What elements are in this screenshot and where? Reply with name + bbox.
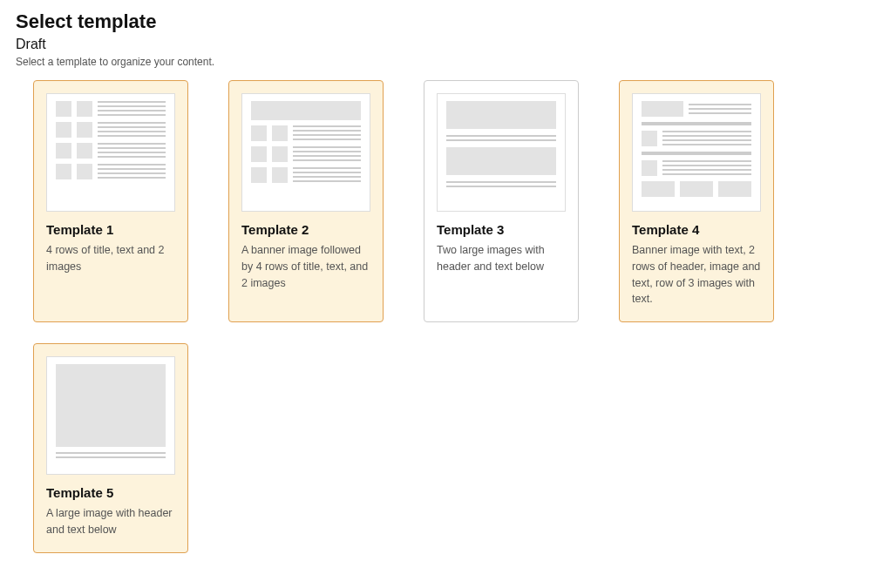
template-desc: A large image with header and text below [46, 505, 175, 538]
template-thumbnail-4 [632, 93, 761, 212]
template-title: Template 3 [437, 222, 566, 237]
page-hint: Select a template to organize your conte… [16, 56, 860, 68]
template-title: Template 5 [46, 485, 175, 500]
template-desc: Two large images with header and text be… [437, 242, 566, 275]
page-subtitle: Draft [16, 37, 860, 52]
template-thumbnail-1 [46, 93, 175, 212]
template-card-5[interactable]: Template 5 A large image with header and… [33, 343, 188, 553]
page-title: Select template [16, 10, 860, 33]
template-desc: 4 rows of title, text and 2 images [46, 242, 175, 275]
template-desc: A banner image followed by 4 rows of tit… [241, 242, 370, 291]
template-title: Template 4 [632, 222, 761, 237]
template-card-2[interactable]: Template 2 A banner image followed by 4 … [228, 80, 384, 322]
template-desc: Banner image with text, 2 rows of header… [632, 242, 761, 308]
template-card-1[interactable]: Template 1 4 rows of title, text and 2 i… [33, 80, 188, 322]
template-thumbnail-5 [46, 356, 175, 475]
template-title: Template 2 [241, 222, 370, 237]
template-title: Template 1 [46, 222, 175, 237]
template-thumbnail-3 [437, 93, 566, 212]
template-thumbnail-2 [241, 93, 370, 212]
template-card-4[interactable]: Template 4 Banner image with text, 2 row… [619, 80, 774, 322]
template-grid: Template 1 4 rows of title, text and 2 i… [16, 80, 860, 553]
template-card-3[interactable]: Template 3 Two large images with header … [424, 80, 579, 322]
